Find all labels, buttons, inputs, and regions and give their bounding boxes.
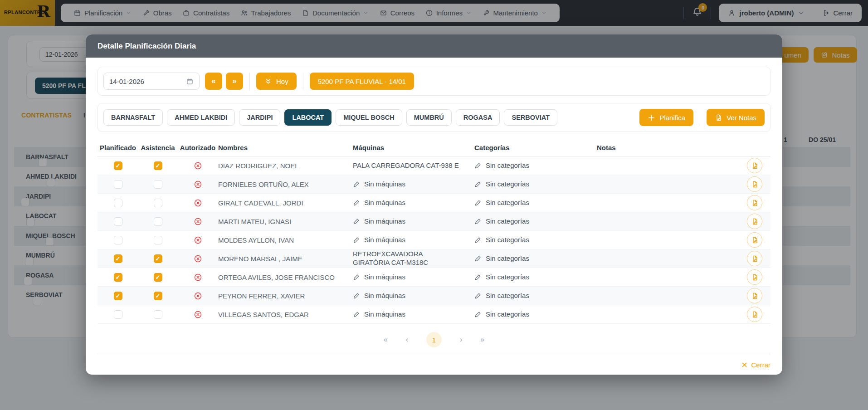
planificado-checkbox[interactable]: [114, 273, 122, 282]
pagination-next-button[interactable]: ›: [460, 336, 462, 344]
worker-name[interactable]: MARTI MATEU, IGNASI: [218, 218, 353, 225]
pagination-prev-button[interactable]: ‹: [406, 336, 408, 344]
edit-machines-pencil-icon[interactable]: [353, 273, 360, 281]
table-row: ORTEGA AVILES, JOSE FRANCISCO Sin máquin…: [98, 268, 770, 287]
worker-name[interactable]: FORNIELES ORTUÑO, ALEX: [218, 181, 353, 188]
planificado-checkbox[interactable]: [114, 292, 122, 300]
worker-name[interactable]: DIAZ RODRIGUEZ, NOEL: [218, 162, 353, 170]
machines-value: Sin máquinas: [364, 236, 405, 244]
worker-name[interactable]: GIRALT CADEVALL, JORDI: [218, 199, 353, 207]
edit-categories-pencil-icon[interactable]: [474, 199, 482, 206]
project-badge[interactable]: 5200 PF PA FLUVIAL - 14/01: [310, 73, 414, 90]
edit-categories-pencil-icon[interactable]: [474, 255, 482, 262]
asistencia-checkbox[interactable]: [154, 254, 162, 263]
worker-name[interactable]: ORTEGA AVILES, JOSE FRANCISCO: [218, 273, 353, 281]
edit-categories-pencil-icon[interactable]: [474, 273, 482, 281]
edit-machines-pencil-icon[interactable]: [353, 311, 360, 318]
modal-close-button[interactable]: Cerrar: [741, 361, 770, 369]
row-notes-button[interactable]: [747, 251, 762, 266]
edit-categories-pencil-icon[interactable]: [474, 311, 482, 318]
planificado-checkbox[interactable]: [114, 254, 122, 263]
next-day-button[interactable]: »: [226, 73, 243, 90]
header-maquinas: Máquinas: [353, 144, 474, 151]
categories-value: Sin categorías: [486, 273, 529, 282]
note-file-icon: [751, 292, 759, 300]
modal-date-input[interactable]: 14-01-2026: [103, 73, 200, 90]
contractor-tab[interactable]: ROGASA: [456, 109, 500, 126]
table-row: PEYRON FERRER, XAVIER Sin máquinas Sin c…: [98, 287, 770, 305]
row-notes-button[interactable]: [747, 195, 762, 210]
note-file-icon: [751, 199, 759, 207]
planificado-checkbox[interactable]: [114, 161, 122, 170]
row-notes-button[interactable]: [747, 176, 762, 192]
row-notes-button[interactable]: [747, 288, 762, 303]
planificado-checkbox[interactable]: [114, 217, 122, 226]
categories-value: Sin categorías: [486, 310, 529, 319]
worker-name[interactable]: MORENO MARSAL, JAIME: [218, 255, 353, 263]
today-button[interactable]: Hoy: [256, 73, 297, 90]
asistencia-checkbox[interactable]: [154, 292, 162, 300]
table-header-row: Planificado Asistencia Autorizado Nombre…: [98, 139, 770, 156]
table-row: FORNIELES ORTUÑO, ALEX Sin máquinas Sin …: [98, 175, 770, 194]
edit-categories-pencil-icon[interactable]: [474, 236, 482, 244]
edit-categories-pencil-icon[interactable]: [474, 162, 482, 169]
row-notes-button[interactable]: [747, 158, 762, 173]
asistencia-checkbox[interactable]: [154, 310, 162, 319]
edit-machines-pencil-icon[interactable]: [353, 199, 360, 206]
pagination-first-button[interactable]: «: [384, 336, 388, 344]
pagination-current-page[interactable]: 1: [426, 332, 442, 347]
edit-categories-pencil-icon[interactable]: [474, 181, 482, 188]
asistencia-checkbox[interactable]: [154, 180, 162, 189]
contractor-tab[interactable]: AHMED LAKBIDI: [167, 109, 235, 126]
asistencia-checkbox[interactable]: [154, 236, 162, 244]
machines-value: Sin máquinas: [364, 180, 405, 189]
row-notes-button[interactable]: [747, 214, 762, 229]
planificado-checkbox[interactable]: [114, 310, 122, 319]
planificado-checkbox[interactable]: [114, 199, 122, 207]
worker-name[interactable]: PEYRON FERRER, XAVIER: [218, 292, 353, 300]
contractor-tab[interactable]: MUMBRÚ: [406, 109, 452, 126]
autorizado-denied-icon: [194, 254, 202, 263]
planificado-checkbox[interactable]: [114, 236, 122, 244]
asistencia-checkbox[interactable]: [154, 161, 162, 170]
note-file-icon: [751, 162, 759, 170]
categories-value: Sin categorías: [486, 161, 529, 170]
contractor-tab[interactable]: BARNASFALT: [103, 109, 163, 126]
asistencia-checkbox[interactable]: [154, 273, 162, 282]
detalle-planificacion-modal: Detalle Planificación Diaria 14-01-2026 …: [86, 34, 782, 375]
autorizado-denied-icon: [194, 292, 202, 300]
note-file-icon: [751, 181, 759, 188]
modal-footer: Cerrar: [98, 354, 770, 369]
contractor-tabs: BARNASFALT AHMED LAKBIDI JARDIPI LABOCAT…: [103, 109, 557, 126]
autorizado-denied-icon: [194, 236, 202, 244]
row-notes-button[interactable]: [747, 269, 762, 285]
autorizado-denied-icon: [194, 273, 202, 282]
edit-machines-pencil-icon[interactable]: [353, 181, 360, 188]
worker-name[interactable]: MOLDES AYLLON, IVAN: [218, 236, 353, 244]
table-row: MORENO MARSAL, JAIME RETROEXCAVADORA GIR…: [98, 249, 770, 268]
prev-day-button[interactable]: «: [205, 73, 222, 90]
planifica-button[interactable]: Planifica: [639, 109, 693, 126]
asistencia-checkbox[interactable]: [154, 217, 162, 226]
asistencia-checkbox[interactable]: [154, 199, 162, 207]
application-window: RPLANCONTROL R Planificación Obras: [0, 0, 868, 410]
pagination-last-button[interactable]: »: [480, 336, 484, 344]
row-notes-button[interactable]: [747, 307, 762, 322]
edit-categories-pencil-icon[interactable]: [474, 292, 482, 299]
contractor-tab[interactable]: SERBOVIAT: [504, 109, 557, 126]
header-autorizado: Autorizado: [177, 144, 218, 151]
worker-name[interactable]: VILLEGAS SANTOS, EDGAR: [218, 311, 353, 318]
contractor-tab[interactable]: MIQUEL BOSCH: [336, 109, 402, 126]
planificado-checkbox[interactable]: [114, 180, 122, 189]
edit-machines-pencil-icon[interactable]: [353, 292, 360, 299]
ver-notas-button[interactable]: Ver Notas: [707, 109, 765, 126]
edit-categories-pencil-icon[interactable]: [474, 218, 482, 225]
contractor-tab[interactable]: JARDIPI: [239, 109, 280, 126]
row-notes-button[interactable]: [747, 232, 762, 248]
double-chevron-down-icon: [264, 78, 272, 85]
note-file-icon: [751, 236, 759, 244]
categories-value: Sin categorías: [486, 199, 529, 207]
edit-machines-pencil-icon[interactable]: [353, 236, 360, 244]
edit-machines-pencil-icon[interactable]: [353, 218, 360, 225]
contractor-tab[interactable]: LABOCAT: [284, 109, 332, 126]
